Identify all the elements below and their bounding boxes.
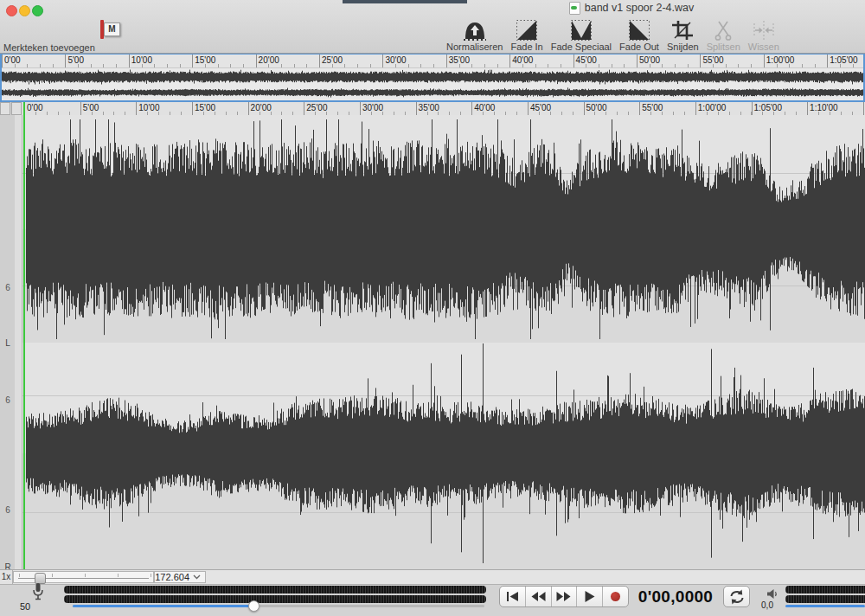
toolbar-item-crop[interactable]: Snijden [667,18,699,52]
left-channel-label: L [0,338,16,348]
overview-waveform-canvas[interactable] [2,68,863,101]
record-level-thumb[interactable] [248,600,260,612]
fast-forward-button[interactable] [552,587,578,606]
transport-bar: 50 [0,585,865,616]
ruler-time-label: 1:10'00 [810,103,838,112]
zoom-value-text: 172.604 [155,572,189,582]
left-db-bottom-label: 6 [0,395,16,405]
ruler-time-label: 25'00 [306,103,327,112]
go-to-start-button[interactable] [500,587,526,606]
zoom-bar: 1x 172.604 [0,569,865,585]
record-button[interactable] [603,587,628,606]
toolbar: Normaliseren Fade In Fad [446,18,779,53]
ruler-time-label: 0'00 [27,103,43,112]
ruler-time-label: 1:05'00 [830,55,858,65]
record-level-value: 50 [16,601,35,612]
record-meter-right [64,595,486,603]
ruler-time-label: 15'00 [195,55,215,65]
zoom-tick [118,574,119,577]
loop-button[interactable] [723,586,750,607]
zoom-window-button[interactable] [32,5,43,16]
fade-out-icon [629,18,650,41]
toolbar-item-split[interactable]: Splitsen [707,18,740,52]
ruler-time-label: 50'00 [639,55,660,65]
rewind-button[interactable] [526,587,552,606]
toolbar-item-fade-in[interactable]: Fade In [510,18,542,52]
skip-to-start-icon [506,592,519,601]
waveform-canvas[interactable] [22,115,865,569]
ruler-time-label: 35'00 [449,55,470,65]
toolbar-item-label: Fade In [510,42,542,52]
ruler-time-label: 40'00 [474,103,495,112]
ruler-time-label: 5'00 [67,55,84,65]
app-window: band v1 spoor 2-4.wav M Merkteken toevoe… [0,0,865,616]
playhead-cursor[interactable] [23,102,25,569]
fade-special-icon [571,18,592,41]
main-ruler[interactable]: 0'005'0010'0015'0020'0025'0030'0035'0040… [22,102,865,116]
loop-icon [728,589,746,605]
window-title: band v1 spoor 2-4.wav [585,2,694,14]
transport-buttons [499,586,629,607]
toolbar-item-label: Fade Speciaal [551,42,612,52]
toolbar-item-fade-special[interactable]: Fade Speciaal [551,18,612,52]
ruler-corner-cell [11,102,22,115]
zoom-tick [85,574,86,577]
normalize-icon [463,18,487,41]
ruler-time-label: 15'00 [195,103,215,112]
chevron-down-icon [193,574,201,580]
ruler-time-label: 10'00 [138,103,159,112]
zoom-1x-button[interactable]: 1x [0,570,13,584]
crop-icon [672,18,693,41]
toolbar-item-add-marker[interactable]: M Merkteken toevoegen [3,17,133,52]
left-db-top-label: 6 [0,283,16,292]
record-meter-left [64,586,486,594]
output-meter-right [785,595,865,603]
toolbar-item-normalize[interactable]: Normaliseren [446,18,503,52]
toolbar-item-delete[interactable]: Wissen [748,18,779,52]
fade-in-icon [516,18,537,41]
overview-ruler[interactable]: 0'005'0010'0015'0020'0025'0030'0035'0040… [2,55,863,68]
zoom-slider[interactable] [13,571,154,583]
waveform-editor[interactable] [22,115,865,569]
toolbar-item-label: Normaliseren [446,42,503,52]
ruler-time-label: 30'00 [385,55,406,65]
titlebar-toolbar[interactable]: band v1 spoor 2-4.wav M Merkteken toevoe… [0,0,865,54]
ruler-time-label: 20'00 [251,103,272,112]
document-proxy-icon [569,2,580,15]
ruler-time-label: 1:00'00 [698,103,727,112]
gutter-margin [15,115,22,569]
overview-strip[interactable]: 0'005'0010'0015'0020'0025'0030'0035'0040… [0,53,865,102]
toolbar-item-label: Snijden [667,42,699,52]
ruler-time-label: 25'00 [322,55,343,65]
record-level-fill [73,605,253,607]
window-title-row: band v1 spoor 2-4.wav [484,1,778,15]
collapse-icon [753,18,774,41]
play-icon [585,591,595,602]
toolbar-item-label: Merkteken toevoegen [3,42,95,53]
minimize-button[interactable] [19,5,30,16]
fast-forward-icon [556,592,571,601]
toolbar-item-label: Wissen [748,42,779,52]
zoom-tick [52,574,53,577]
zoom-value-dropdown[interactable]: 172.604 [154,571,206,583]
play-button[interactable] [577,587,603,606]
ruler-time-label: 50'00 [586,103,607,112]
ruler-time-label: 55'00 [702,55,723,65]
ruler-time-label: 1:05'00 [754,103,783,112]
ruler-time-label: 20'00 [259,55,279,65]
close-button[interactable] [6,5,17,16]
zoom-tick [151,574,151,577]
marker-flag-icon: M [93,19,121,40]
zoom-tick [19,574,20,577]
flag-m-box: M [104,22,120,36]
output-level-slider[interactable] [785,605,865,607]
background-window-sliver [343,0,467,3]
ruler-corner-cell [0,102,10,115]
ruler-time-label: 35'00 [419,103,439,112]
channel-gutter: 6 L 6 6 R 6 [0,115,22,569]
ruler-time-label: 40'00 [512,55,533,65]
scissors-icon [714,18,732,41]
toolbar-item-fade-out[interactable]: Fade Out [619,18,659,52]
record-icon [611,592,620,601]
record-level-slider[interactable] [73,605,484,607]
